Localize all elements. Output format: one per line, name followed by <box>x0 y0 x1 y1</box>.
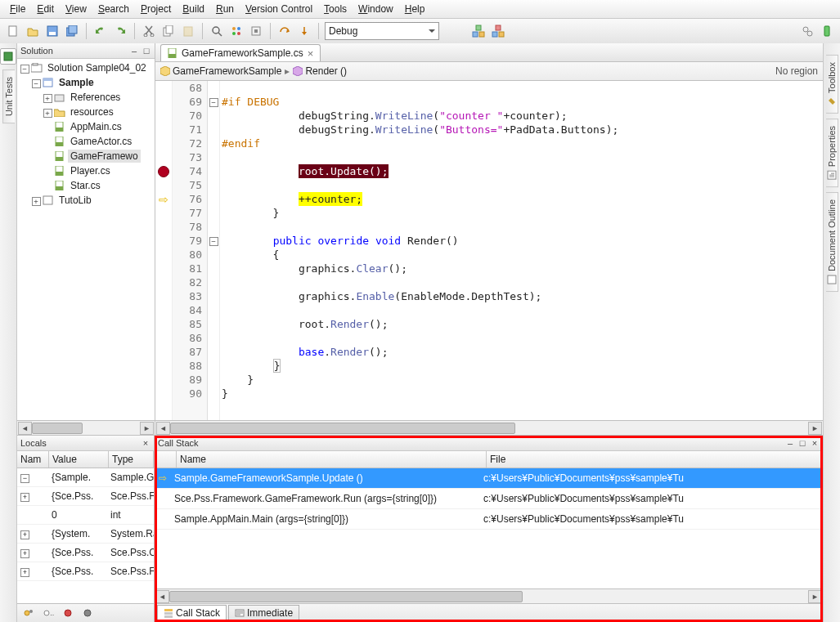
tree-root[interactable]: − Solution Sample04_02 <box>17 60 155 75</box>
crumb-method[interactable]: Render () <box>293 65 347 77</box>
tree-item[interactable]: +resources <box>17 105 155 119</box>
bottom-panels: Locals × Nam Value Type −{Sample.Sample.… <box>17 435 823 622</box>
new-file-icon[interactable] <box>5 23 21 39</box>
copy-icon[interactable] <box>160 23 177 39</box>
solution-tree[interactable]: − Solution Sample04_02 − Sample +Referen… <box>17 59 155 420</box>
cut-icon[interactable] <box>141 23 157 39</box>
properties-tab[interactable]: Properties <box>826 119 838 187</box>
svg-point-49 <box>65 610 71 616</box>
solution-hscroll[interactable]: ◄ ► <box>17 420 155 435</box>
nav-fwd-icon[interactable] <box>248 23 264 39</box>
close-icon[interactable]: × <box>141 438 150 448</box>
region-combo[interactable]: No region <box>775 65 818 77</box>
menu-help[interactable]: Help <box>400 2 430 16</box>
menu-project[interactable]: Project <box>136 2 176 16</box>
doc-outline-tab[interactable]: Document Outline <box>826 192 838 292</box>
find-icon[interactable] <box>209 23 225 39</box>
save-icon[interactable] <box>44 23 61 39</box>
tree-item[interactable]: GameActor.cs <box>17 134 155 149</box>
close-icon[interactable]: □ <box>141 46 151 56</box>
tool-b-icon[interactable] <box>819 23 835 39</box>
right-rail: Toolbox Properties Document Outline <box>823 43 840 622</box>
save-all-icon[interactable] <box>64 23 80 39</box>
csharp-file-icon <box>168 48 177 58</box>
locals-row[interactable]: +{Sce.Pss.Sce.Pss.Cor <box>17 544 154 562</box>
locals-row[interactable]: 0int <box>17 506 154 525</box>
menu-build[interactable]: Build <box>177 2 209 16</box>
editor-hscroll[interactable]: ◄ ► <box>155 420 823 435</box>
tree-item[interactable]: +References <box>17 90 155 105</box>
file-icon <box>53 150 66 162</box>
menu-file[interactable]: File <box>5 2 30 16</box>
tree-project[interactable]: − Sample <box>17 75 155 90</box>
tab-close-icon[interactable]: × <box>308 48 314 59</box>
tree-extra[interactable]: + TutoLib <box>17 193 155 208</box>
tree-item[interactable]: GameFramewo <box>17 149 155 163</box>
doc-tab[interactable]: GameFrameworkSample.cs × <box>160 44 321 61</box>
undo-icon[interactable] <box>92 23 109 39</box>
svg-rect-26 <box>4 52 12 60</box>
breadcrumb: GameFrameworkSample ▸ Render () No regio… <box>155 62 823 81</box>
callstack-row[interactable]: Sce.Pss.Framework.GameFramework.Run (arg… <box>155 489 823 509</box>
minimize-icon[interactable]: – <box>785 438 795 448</box>
tree-item[interactable]: Star.cs <box>17 178 155 193</box>
breakpoint-icon[interactable] <box>158 166 169 177</box>
menu-search[interactable]: Search <box>93 2 134 16</box>
locals-view-3-icon[interactable] <box>59 605 77 621</box>
config-combo[interactable]: Debug <box>325 22 439 40</box>
svg-rect-51 <box>164 609 173 611</box>
menu-version-control[interactable]: Version Control <box>240 2 317 16</box>
svg-rect-2 <box>49 32 56 35</box>
minimize-icon[interactable]: – <box>129 46 139 56</box>
locals-row[interactable]: −{Sample.Sample.Ga <box>17 468 154 487</box>
locals-row[interactable]: +{Sce.Pss.Sce.Pss.Fra <box>17 562 154 581</box>
rebuild-icon[interactable] <box>490 23 506 39</box>
tab-callstack[interactable]: Call Stack <box>157 605 227 621</box>
paste-icon[interactable] <box>180 23 196 39</box>
tab-immediate[interactable]: Immediate <box>228 605 299 621</box>
open-icon[interactable] <box>25 23 41 39</box>
crumb-class[interactable]: GameFrameworkSample <box>160 65 281 77</box>
tree-item[interactable]: Player.cs <box>17 163 155 178</box>
build-icon[interactable] <box>470 23 487 39</box>
menu-run[interactable]: Run <box>211 2 239 16</box>
svg-point-46 <box>29 610 33 613</box>
step-over-icon[interactable] <box>276 23 293 39</box>
toolbar: Debug <box>0 19 840 44</box>
unit-tests-tab[interactable]: Unit Tests <box>2 69 15 123</box>
tool-a-icon[interactable] <box>799 23 815 39</box>
code-editor[interactable]: ⇨ 68697071727374757677787980818283848586… <box>155 81 823 420</box>
nav-back-icon[interactable] <box>228 23 245 39</box>
tree-item[interactable]: AppMain.cs <box>17 119 155 134</box>
callstack-hscroll[interactable]: ◄ ► <box>155 588 823 603</box>
svg-rect-16 <box>254 29 258 33</box>
file-icon <box>53 136 66 147</box>
solution-panel: Solution – □ − Solution Sample04_02 − Sa… <box>17 43 155 435</box>
locals-columns[interactable]: Nam Value Type <box>17 451 154 468</box>
callstack-row[interactable]: Sample.AppMain.Main (args={string[0]})c:… <box>155 509 823 530</box>
callstack-header: Call Stack – □ × <box>155 436 823 451</box>
locals-view-1-icon[interactable] <box>20 605 38 621</box>
rail-icon[interactable] <box>0 48 16 65</box>
toolbox-tab[interactable]: Toolbox <box>826 55 838 114</box>
svg-text:…: … <box>50 610 54 617</box>
menu-edit[interactable]: Edit <box>32 2 59 16</box>
redo-icon[interactable] <box>112 23 128 39</box>
step-into-icon[interactable] <box>296 23 312 39</box>
immediate-icon <box>235 608 245 618</box>
callstack-columns[interactable]: Name File <box>155 451 823 468</box>
svg-point-23 <box>803 27 808 32</box>
close-icon[interactable]: × <box>810 438 820 448</box>
locals-view-4-icon[interactable] <box>79 605 97 621</box>
menu-tools[interactable]: Tools <box>319 2 352 16</box>
menu-window[interactable]: Window <box>353 2 398 16</box>
svg-rect-25 <box>824 26 829 36</box>
menu-view[interactable]: View <box>61 2 92 16</box>
svg-rect-35 <box>56 142 63 146</box>
locals-row[interactable]: +{System.System.Ran <box>17 525 154 544</box>
file-icon <box>53 165 66 177</box>
callstack-row[interactable]: ⇨Sample.GameFrameworkSample.Update ()c:¥… <box>155 468 823 489</box>
locals-row[interactable]: +{Sce.Pss.Sce.Pss.Fra <box>17 487 154 506</box>
locals-view-2-icon[interactable]: … <box>39 605 57 621</box>
maximize-icon[interactable]: □ <box>797 438 807 448</box>
